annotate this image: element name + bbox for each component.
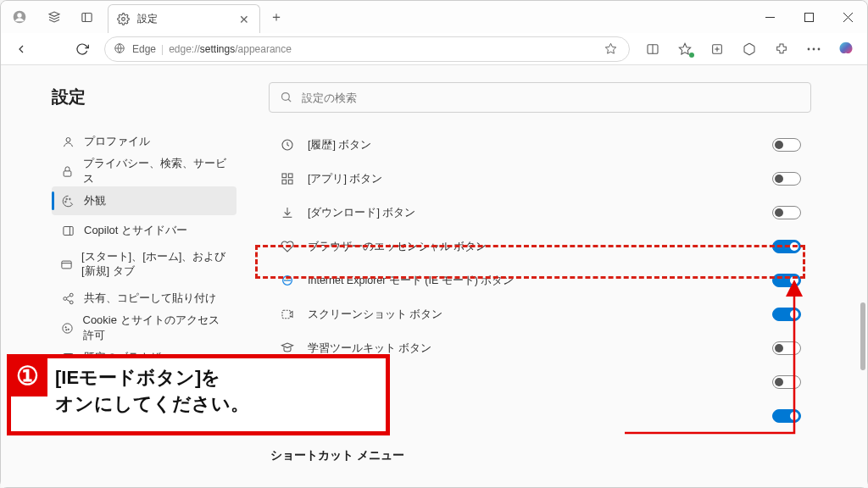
sidebar-item-appearance[interactable]: 外観 — [52, 186, 236, 215]
url-text: edge://settings/appearance — [169, 43, 292, 55]
svg-marker-10 — [605, 43, 616, 53]
gear-icon — [117, 13, 131, 26]
cookie-icon — [60, 320, 75, 336]
workspaces-button[interactable] — [38, 1, 70, 33]
annotation-text: [IEモードボタン]を オンにしてください。 — [43, 358, 261, 431]
toggle-learning[interactable] — [772, 341, 801, 355]
tab-settings[interactable]: 設定 ✕ — [108, 4, 260, 33]
icon — [60, 469, 75, 484]
browser-essentials-button[interactable] — [735, 36, 764, 63]
svg-point-1 — [17, 13, 21, 17]
profile-button[interactable] — [1, 1, 38, 33]
minimize-button[interactable] — [750, 1, 789, 33]
setting-label: ブラウザーのエッセンシャル ボタン — [308, 240, 772, 254]
tab-actions-button[interactable] — [70, 1, 103, 33]
svg-point-30 — [63, 297, 66, 300]
setting-label: スクリーンショット ボタン — [308, 308, 772, 322]
toggle-screenshot[interactable] — [772, 308, 801, 321]
svg-point-17 — [808, 47, 810, 50]
svg-rect-25 — [63, 226, 72, 235]
refresh-button[interactable] — [69, 36, 96, 63]
apps-icon — [279, 170, 296, 187]
toggle[interactable] — [772, 409, 801, 423]
titlebar: 設定 ✕ ＋ — [1, 1, 867, 33]
more-button[interactable] — [799, 36, 828, 63]
svg-marker-13 — [679, 43, 690, 54]
toggle-ie-mode[interactable] — [772, 274, 801, 287]
history-icon — [279, 136, 296, 153]
setting-label: [履歴] ボタン — [308, 138, 772, 152]
sidebar-item-label: 外観 — [84, 193, 106, 208]
sidebar-item-label: Cookie とサイトのアクセス許可 — [83, 313, 229, 343]
search-icon — [280, 91, 293, 104]
share-icon — [60, 291, 75, 306]
scrollbar[interactable] — [860, 133, 865, 387]
lock-icon — [60, 164, 75, 179]
setting-row-downloads: [ダウンロード] ボタン — [269, 196, 811, 230]
sidebar-item-start-home[interactable]: [スタート]、[ホーム]、および [新規] タブ — [52, 246, 236, 283]
setting-row-history: [履歴] ボタン — [269, 128, 811, 162]
setting-label: [アプリ] ボタン — [308, 172, 772, 186]
sidebar-item-label: プロファイル — [84, 134, 150, 149]
toggle-downloads[interactable] — [772, 206, 801, 219]
sidebar-item-cookies[interactable]: Cookie とサイトのアクセス許可 — [52, 313, 236, 342]
icon — [60, 439, 75, 454]
setting-row-essentials: ブラウザーのエッセンシャル ボタン — [269, 230, 811, 263]
collections-button[interactable] — [703, 36, 732, 63]
toggle[interactable] — [772, 375, 801, 389]
svg-point-4 — [122, 18, 125, 21]
address-bar[interactable]: Edge | edge://settings/appearance — [104, 36, 630, 62]
svg-rect-50 — [282, 180, 287, 184]
svg-point-45 — [282, 93, 290, 101]
svg-rect-2 — [81, 13, 91, 21]
tab-title: 設定 — [137, 12, 237, 26]
setting-row-screenshot: スクリーンショット ボタン — [269, 297, 811, 331]
new-tab-button[interactable]: ＋ — [264, 4, 289, 30]
toolbar: Edge | edge://settings/appearance — [1, 33, 867, 65]
site-label: Edge — [132, 43, 156, 55]
tab-icon — [60, 257, 73, 272]
divider: | — [161, 43, 164, 55]
section-title-shortcut-menu: ショートカット メニュー — [269, 448, 847, 463]
favorite-star-button[interactable] — [600, 39, 620, 59]
settings-search-input[interactable] — [302, 92, 800, 104]
edge-icon — [114, 42, 127, 56]
close-tab-button[interactable]: ✕ — [237, 13, 251, 26]
close-window-button[interactable] — [828, 1, 867, 33]
sidebar-item-label: プライバシー、検索、サービス — [83, 156, 228, 186]
maximize-button[interactable] — [789, 1, 828, 33]
setting-label: [ダウンロード] ボタン — [308, 206, 772, 220]
heart-icon — [279, 238, 296, 255]
extensions-button[interactable] — [767, 36, 796, 63]
svg-point-34 — [63, 323, 72, 332]
sidebar-item[interactable] — [52, 462, 236, 487]
svg-point-35 — [65, 326, 66, 327]
sidebar-item-label: Copilot とサイドバー — [84, 223, 187, 238]
sidebar-item-share[interactable]: 共有、コピーして貼り付け — [52, 284, 236, 313]
settings-search[interactable] — [269, 82, 811, 113]
download-icon — [279, 204, 296, 221]
svg-line-32 — [66, 296, 70, 298]
svg-point-20 — [66, 137, 70, 141]
sidebar-item-copilot-sidebar[interactable]: Copilot とサイドバー — [52, 216, 236, 245]
svg-rect-6 — [804, 13, 813, 21]
setting-label: 学習ツールキット ボタン — [308, 341, 772, 356]
back-button[interactable] — [8, 36, 35, 63]
setting-label: Internet Explorer モード (IE モード) ボタン — [308, 274, 772, 288]
toggle-apps[interactable] — [772, 172, 801, 186]
toggle-essentials[interactable] — [772, 240, 801, 253]
sidebar-icon — [60, 223, 75, 238]
toggle-history[interactable] — [772, 138, 801, 152]
svg-point-18 — [813, 47, 815, 50]
sidebar-item-privacy[interactable]: プライバシー、検索、サービス — [52, 157, 236, 186]
svg-point-22 — [65, 198, 67, 200]
copilot-button[interactable] — [832, 36, 860, 63]
svg-line-33 — [66, 299, 70, 302]
svg-point-24 — [64, 201, 66, 202]
favorites-button[interactable] — [670, 36, 699, 63]
sidebar-item[interactable] — [52, 432, 236, 461]
profile-icon — [60, 134, 75, 149]
sidebar-item-profiles[interactable]: プロファイル — [52, 127, 236, 156]
split-screen-button[interactable] — [638, 36, 667, 63]
svg-rect-27 — [62, 261, 71, 269]
